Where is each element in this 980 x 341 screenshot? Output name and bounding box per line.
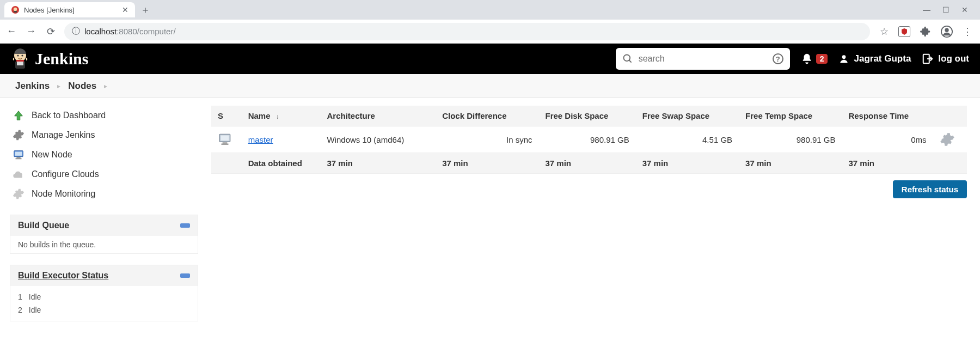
executor-status: Idle	[29, 293, 41, 301]
logout-link[interactable]: log out	[922, 53, 969, 65]
configure-node-button[interactable]	[940, 132, 960, 147]
node-link[interactable]: master	[248, 135, 273, 144]
mcafee-icon[interactable]	[898, 26, 910, 37]
svg-rect-17	[16, 157, 20, 159]
search-input[interactable]	[639, 54, 767, 64]
summary-clock: 37 min	[436, 153, 538, 174]
col-disk[interactable]: Free Disk Space	[539, 106, 636, 126]
sidebar-item-new-node[interactable]: New Node	[10, 145, 198, 165]
svg-point-1	[14, 8, 17, 11]
search-help-icon[interactable]: ?	[773, 53, 783, 64]
jenkins-logo[interactable]: Jenkins	[11, 48, 88, 70]
svg-rect-7	[17, 61, 23, 65]
refresh-status-button[interactable]: Refresh status	[893, 180, 967, 198]
summary-temp: 37 min	[739, 153, 842, 174]
extensions-icon[interactable]	[920, 26, 931, 37]
sidebar-item-label: Node Monitoring	[32, 189, 95, 199]
build-queue-body: No builds in the queue.	[10, 236, 198, 253]
summary-label: Data obtained	[242, 153, 321, 174]
url-text: localhost:8080/computer/	[84, 27, 176, 36]
new-tab-button[interactable]: ＋	[140, 3, 150, 16]
notif-count-badge: 2	[816, 54, 828, 64]
build-executor-body: 1 Idle 2 Idle	[10, 286, 198, 321]
col-resp[interactable]: Response Time	[842, 106, 933, 126]
sort-down-icon: ↓	[276, 113, 279, 120]
breadcrumb: Jenkins ▸ Nodes ▸	[0, 74, 980, 98]
table-header-row: S Name ↓ Architecture Clock Difference F…	[211, 106, 967, 126]
kebab-menu-icon[interactable]: ⋮	[963, 26, 972, 38]
brand-text: Jenkins	[35, 50, 88, 68]
svg-rect-2	[14, 11, 17, 13]
col-temp[interactable]: Free Temp Space	[739, 106, 842, 126]
col-status[interactable]: S	[211, 106, 242, 126]
svg-rect-20	[220, 135, 229, 141]
refresh-wrap: Refresh status	[211, 180, 967, 198]
nav-forward-icon[interactable]: →	[25, 26, 37, 37]
sidebar-item-node-monitoring[interactable]: Node Monitoring	[10, 184, 198, 204]
nav-reload-icon[interactable]: ⟳	[45, 26, 57, 38]
build-executor-title[interactable]: Build Executor Status	[18, 271, 108, 281]
crumb-jenkins[interactable]: Jenkins	[15, 81, 50, 92]
svg-point-9	[21, 54, 23, 56]
notifications[interactable]: 2	[801, 53, 828, 65]
window-close-icon[interactable]: ✕	[961, 5, 968, 14]
window-minimize-icon[interactable]: —	[923, 5, 930, 14]
tab-close-icon[interactable]: ✕	[122, 5, 128, 14]
sidebar-item-manage-jenkins[interactable]: Manage Jenkins	[10, 125, 198, 145]
address-bar-right: ☆ ⋮	[878, 26, 975, 38]
browser-tab[interactable]: Nodes [Jenkins] ✕	[4, 2, 135, 17]
collapse-icon[interactable]	[180, 273, 190, 278]
executor-number: 2	[18, 306, 22, 314]
svg-point-11	[623, 55, 630, 62]
col-name[interactable]: Name ↓	[242, 106, 321, 126]
status-icon-cell	[211, 126, 242, 153]
sidebar-item-label: New Node	[32, 150, 72, 160]
col-config	[933, 106, 967, 126]
sidebar-item-label: Configure Clouds	[32, 169, 99, 179]
summary-swap: 37 min	[636, 153, 739, 174]
url-path: /computer/	[137, 27, 176, 36]
collapse-icon[interactable]	[180, 223, 190, 228]
tab-title: Nodes [Jenkins]	[24, 6, 75, 14]
build-queue-empty: No builds in the queue.	[18, 240, 96, 249]
svg-rect-10	[16, 60, 24, 62]
summary-disk: 37 min	[539, 153, 636, 174]
user-name: Jagrat Gupta	[854, 53, 911, 64]
computer-icon	[12, 148, 25, 161]
site-info-icon[interactable]: ⓘ	[72, 26, 80, 36]
jenkins-mascot-icon	[11, 48, 29, 70]
jenkins-favicon-icon	[11, 5, 20, 14]
url-port: :8080	[117, 27, 137, 36]
address-bar: ← → ⟳ ⓘ localhost:8080/computer/ ☆ ⋮	[0, 20, 980, 44]
profile-avatar-icon[interactable]	[941, 26, 953, 38]
svg-point-4	[945, 28, 948, 32]
search-box[interactable]: ?	[616, 48, 790, 70]
build-queue-title: Build Queue	[18, 221, 69, 230]
svg-point-8	[17, 54, 19, 56]
node-resp-cell: 0ms	[842, 126, 933, 153]
build-executor-header: Build Executor Status	[10, 265, 198, 286]
up-arrow-icon	[12, 109, 25, 122]
col-clock[interactable]: Clock Difference	[436, 106, 538, 126]
sidebar-item-configure-clouds[interactable]: Configure Clouds	[10, 165, 198, 184]
executor-number: 1	[18, 293, 22, 301]
user-menu[interactable]: Jagrat Gupta	[838, 53, 911, 64]
build-queue-header: Build Queue	[10, 215, 198, 236]
url-input[interactable]: ⓘ localhost:8080/computer/	[64, 23, 870, 40]
table-row: master Windows 10 (amd64) In sync 980.91…	[211, 126, 967, 153]
node-disk-cell: 980.91 GB	[539, 126, 636, 153]
nav-back-icon[interactable]: ←	[5, 26, 17, 37]
svg-line-12	[629, 60, 631, 63]
svg-point-13	[842, 55, 846, 59]
url-host: localhost	[84, 27, 117, 36]
user-icon	[838, 53, 849, 64]
sidebar-item-back-to-dashboard[interactable]: Back to Dashboard	[10, 106, 198, 125]
col-arch[interactable]: Architecture	[321, 106, 436, 126]
svg-rect-21	[223, 142, 228, 143]
crumb-nodes[interactable]: Nodes	[68, 81, 96, 92]
window-maximize-icon[interactable]: ☐	[942, 5, 950, 14]
jenkins-header: Jenkins ? 2 Jagrat Gupta log out	[0, 44, 980, 74]
configure-node-cell	[933, 126, 967, 153]
bookmark-star-icon[interactable]: ☆	[880, 26, 889, 38]
col-swap[interactable]: Free Swap Space	[636, 106, 739, 126]
